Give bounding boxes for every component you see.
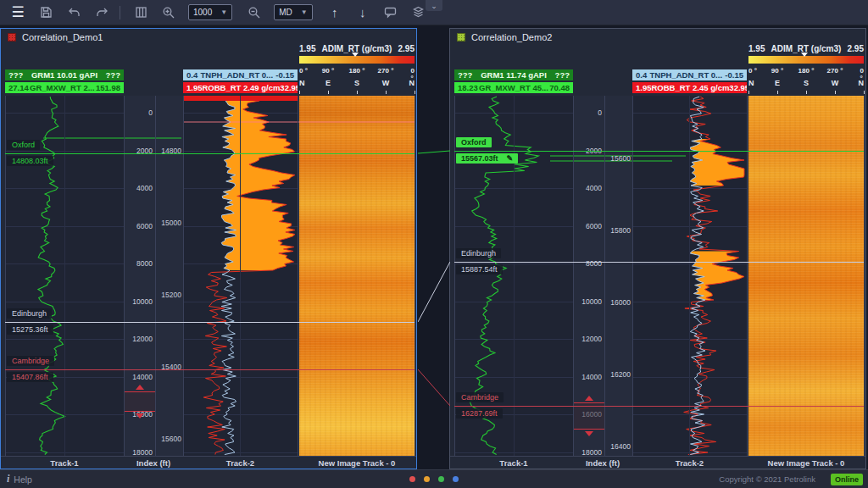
depth-label-main: 4000 [573, 184, 602, 192]
copyright-text: Copyright © 2021 Petrolink [719, 474, 815, 484]
track-separator [298, 96, 298, 456]
status-dot-orange[interactable] [424, 476, 430, 482]
track-name-label[interactable]: Index (ft) [573, 458, 632, 468]
neutron-curve-header[interactable]: 0.4TNPH_ADN_RT 0...-0.15 [632, 69, 747, 80]
index-type-value: MD [279, 8, 292, 17]
comment-icon[interactable] [378, 2, 403, 24]
correlation-panel-1[interactable]: Correlation_Demo1 1.95 ADIM_RT (g/cm3) 2… [0, 28, 417, 469]
depth-label-main: 10000 [573, 297, 602, 306]
marker-name-label[interactable]: Oxford [456, 137, 492, 147]
status-dot-red[interactable] [409, 476, 415, 482]
depth-selection-region[interactable] [125, 391, 155, 412]
ribbon-collapse-button[interactable]: ⌄ [426, 0, 442, 11]
status-bar: iHelp Copyright © 2021 Petrolink Online [0, 469, 868, 488]
scroll-down-icon[interactable]: ↓ [350, 2, 376, 24]
image-scale-min: 1.95 [748, 44, 765, 54]
track-name-label[interactable]: Track-1 [5, 458, 124, 468]
menu-icon[interactable]: ☰ [5, 2, 31, 24]
stratigraphic-marker-line[interactable] [5, 153, 415, 154]
marker-name-label[interactable]: Oxford [7, 140, 40, 150]
neutron-curve-header[interactable]: 0.4TNPH_ADN_RT 0...-0.15 [183, 69, 298, 80]
marker-depth-label[interactable]: 15275.36ft [7, 324, 53, 335]
gr-curve-header-1[interactable]: ???GRM1 11.74 gAPI??? [454, 69, 573, 80]
marker-name-label[interactable]: Edinburgh [456, 248, 501, 258]
grid-line-vertical [514, 96, 515, 456]
scroll-up-icon[interactable]: ↑ [322, 2, 348, 24]
stratigraphic-marker-line[interactable] [5, 369, 415, 370]
density-curve-header[interactable]: 1.95ROBB_RT 2.49 g/cm32.95 [183, 82, 298, 93]
depth-label-secondary: 15600 [602, 154, 631, 163]
track-name-label[interactable]: Track-1 [454, 458, 573, 468]
colorbar-marker-icon[interactable] [352, 53, 359, 57]
zoom-in-icon[interactable] [156, 2, 181, 24]
depth-label-main: 0 [573, 108, 602, 117]
undo-icon[interactable] [61, 2, 86, 24]
gr-curve-header-1[interactable]: ???GRM1 10.01 gAPI??? [5, 69, 124, 80]
index-type-select[interactable]: MD ▼ [274, 4, 312, 20]
panel-title-bar[interactable]: Correlation_Demo1 [1, 30, 103, 43]
track-separator [747, 96, 748, 456]
status-dot-green[interactable] [438, 476, 444, 482]
image-track-heatmap[interactable] [748, 96, 864, 456]
selection-handle-top-icon[interactable] [585, 396, 593, 401]
selection-handle-top-icon[interactable] [136, 385, 144, 390]
depth-label-main: 18000 [124, 448, 153, 457]
stratigraphic-marker-line[interactable] [5, 322, 415, 323]
depth-label-main: 8000 [124, 259, 153, 268]
status-dot-blue[interactable] [453, 476, 459, 482]
help-button[interactable]: iHelp [7, 473, 32, 485]
image-scale-min: 1.95 [299, 44, 315, 54]
colorbar-marker-icon[interactable] [801, 53, 808, 57]
stratigraphic-marker-line[interactable] [454, 151, 864, 152]
marker-depth-label[interactable]: 15567.03ft✎ [456, 153, 518, 164]
track-name-label[interactable]: Track-2 [183, 458, 298, 468]
degree-label: 270 ° [378, 67, 394, 75]
depth-label-secondary: 15000 [153, 219, 181, 227]
image-degrees-row: 0 °90 °180 °270 °0 ° [299, 67, 415, 76]
gr-curve-header-2[interactable]: 18.23GR_MXW_RT 45...70.48 [454, 82, 573, 93]
depth-label-main: 6000 [573, 222, 602, 230]
marker-depth-label[interactable]: 15407.86ft [7, 372, 53, 382]
density-curve-header[interactable]: 1.95ROBB_RT 2.45 g/cm32.95 [632, 82, 747, 93]
log-plot-area[interactable] [1, 96, 416, 456]
gr-curve-header-2[interactable]: 27.14GR_MXW_RT 2...151.98 [5, 82, 124, 93]
degree-label: 180 ° [349, 67, 365, 75]
marker-name-label[interactable]: Cambridge [456, 392, 504, 402]
correlation-link-lines [418, 29, 450, 469]
selection-handle-bottom-icon[interactable] [585, 431, 593, 436]
depth-label-main: 12000 [124, 335, 153, 343]
zoom-out-icon[interactable] [242, 2, 267, 24]
marker-name-label[interactable]: Cambridge [7, 356, 54, 366]
correlation-line [418, 262, 450, 322]
image-colorbar[interactable] [299, 56, 415, 64]
compass-tick-icon [415, 91, 415, 94]
marker-name-label[interactable]: Edinburgh [7, 308, 52, 319]
log-plot-area[interactable] [450, 96, 865, 456]
track-name-label[interactable]: New Image Track - 0 [748, 458, 864, 468]
redo-icon[interactable] [89, 2, 114, 24]
selection-handle-bottom-icon[interactable] [136, 413, 144, 419]
image-scale-max: 2.95 [848, 44, 864, 54]
marker-depth-label[interactable]: 15887.54ft [456, 264, 503, 274]
stratigraphic-marker-line[interactable] [454, 262, 864, 263]
panel-title: Correlation_Demo1 [22, 32, 103, 42]
image-degrees-row: 0 °90 °180 °270 °0 ° [748, 67, 864, 76]
marker-depth-label[interactable]: 16287.69ft [456, 408, 503, 419]
track-name-label[interactable]: Index (ft) [124, 458, 183, 468]
edit-marker-icon[interactable]: ✎ [507, 154, 514, 163]
info-icon: i [7, 473, 9, 485]
stratigraphic-marker-line[interactable] [454, 406, 864, 407]
marker-depth-label[interactable]: 14808.03ft [7, 156, 53, 166]
track-name-label[interactable]: Track-2 [632, 458, 747, 468]
zoom-scale-select[interactable]: 1000 ▼ [188, 4, 232, 20]
track-name-label[interactable]: New Image Track - 0 [299, 458, 415, 468]
save-icon[interactable] [33, 2, 58, 24]
track-separator [415, 96, 415, 456]
degree-label: 90 ° [771, 67, 783, 75]
image-colorbar[interactable] [748, 56, 864, 64]
correlation-panel-2[interactable]: Correlation_Demo2 1.95 ADIM_RT (g/cm3) 2… [449, 28, 866, 469]
image-track-heatmap[interactable] [299, 96, 415, 456]
track-view-icon[interactable] [128, 2, 153, 24]
depth-label-main: 18000 [573, 448, 602, 457]
panel-title-bar[interactable]: Correlation_Demo2 [450, 30, 552, 43]
